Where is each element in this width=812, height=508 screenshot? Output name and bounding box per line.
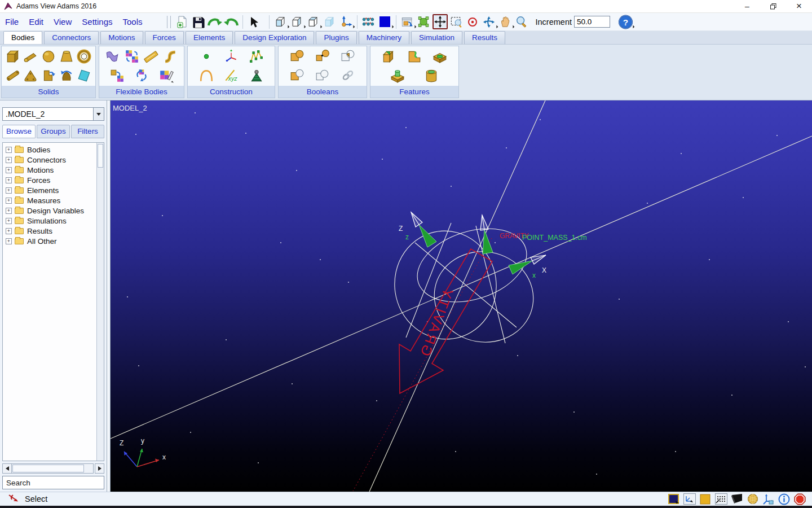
viewport-bg-swatch-icon[interactable] — [667, 493, 680, 505]
scroll-left-arrow[interactable] — [2, 463, 12, 474]
tab-connectors[interactable]: Connectors — [44, 31, 99, 44]
search-input[interactable]: Search — [2, 476, 104, 489]
center-target-icon[interactable] — [465, 14, 480, 29]
tree-item-all-other[interactable]: +All Other — [3, 236, 104, 246]
zoom-magnifier-icon[interactable] — [514, 14, 529, 29]
scrollbar-thumb[interactable] — [98, 144, 103, 168]
tree-item-forces[interactable]: +Forces — [3, 175, 104, 185]
stop-icon[interactable] — [793, 493, 806, 505]
feature-fillet-icon[interactable] — [405, 47, 423, 65]
expander-icon[interactable]: + — [6, 167, 12, 173]
menu-settings[interactable]: Settings — [77, 17, 117, 27]
expander-icon[interactable]: + — [6, 187, 12, 194]
undo-icon[interactable] — [224, 14, 239, 29]
iso-view-cube-icon[interactable] — [322, 14, 337, 29]
tab-groups[interactable]: Groups — [37, 125, 70, 138]
feature-hollow-icon[interactable] — [422, 67, 440, 85]
solid-link-icon[interactable] — [4, 67, 22, 85]
flex-beam-icon[interactable] — [142, 47, 160, 65]
help-icon[interactable]: ? — [618, 14, 633, 29]
menu-file[interactable]: File — [0, 17, 24, 27]
tab-design-exploration[interactable]: Design Exploration — [235, 31, 314, 44]
tab-forces[interactable]: Forces — [145, 31, 184, 44]
info-icon[interactable] — [778, 493, 791, 505]
fe-part-icon[interactable] — [162, 47, 180, 65]
tree-item-connectors[interactable]: +Connectors — [3, 155, 104, 165]
boolean-cut-icon[interactable] — [288, 67, 306, 85]
scrollbar-track[interactable] — [12, 463, 94, 474]
model-selector-dropdown-icon[interactable] — [93, 108, 104, 120]
expander-icon[interactable]: + — [6, 238, 12, 244]
swap-flex-icon[interactable] — [133, 67, 151, 85]
construction-solid-point-icon[interactable] — [248, 67, 266, 85]
tree-item-measures[interactable]: +Measures — [3, 195, 104, 205]
expander-icon[interactable]: + — [6, 218, 12, 224]
pan-hand-icon[interactable] — [498, 14, 513, 29]
boolean-chain-icon[interactable] — [339, 67, 357, 85]
tree-item-results[interactable]: +Results — [3, 226, 104, 236]
save-icon[interactable] — [191, 14, 206, 29]
zoom-box-icon[interactable] — [449, 14, 464, 29]
solid-revolution-icon[interactable] — [58, 67, 76, 85]
table-grid-icon[interactable] — [714, 493, 727, 505]
menu-view[interactable]: View — [48, 17, 77, 27]
triad-toggle-icon[interactable] — [762, 493, 775, 505]
toolbar-handle[interactable] — [167, 16, 171, 28]
tree-item-elements[interactable]: +Elements — [3, 185, 104, 195]
select-cursor-icon[interactable] — [246, 14, 262, 29]
marker-arrow-x[interactable] — [509, 255, 546, 274]
rigid-to-flex-icon[interactable] — [123, 47, 141, 65]
top-view-cube-icon[interactable] — [306, 14, 321, 29]
fit-selection-icon[interactable] — [416, 14, 431, 29]
tree-vertical-scrollbar[interactable] — [96, 143, 104, 461]
restore-button[interactable] — [760, 0, 786, 12]
side-view-cube-icon[interactable] — [289, 14, 304, 29]
expander-icon[interactable]: + — [6, 198, 12, 204]
feature-boss-icon[interactable] — [389, 67, 407, 85]
grid-toggle-icon[interactable] — [683, 493, 696, 505]
construction-marker-icon[interactable] — [222, 47, 240, 65]
menu-edit[interactable]: Edit — [24, 17, 48, 27]
tab-plugins[interactable]: Plugins — [316, 31, 356, 44]
view-window-icon[interactable] — [400, 14, 415, 29]
solid-frustum-icon[interactable] — [58, 47, 76, 65]
tab-filters[interactable]: Filters — [71, 125, 104, 138]
origin-triad-icon[interactable] — [338, 14, 354, 29]
expander-icon[interactable]: + — [6, 228, 12, 234]
tab-results[interactable]: Results — [464, 31, 505, 44]
flex-surface-icon[interactable] — [103, 47, 121, 65]
solid-plane-icon[interactable] — [75, 67, 93, 85]
tree-item-design-variables[interactable]: +Design Variables — [3, 205, 104, 216]
tab-browse[interactable]: Browse — [2, 125, 36, 138]
feature-chamfer-icon[interactable] — [380, 47, 398, 65]
pan-all-icon[interactable] — [433, 14, 448, 29]
solid-torus-icon[interactable] — [75, 47, 93, 65]
close-button[interactable]: × — [786, 0, 812, 12]
increment-input[interactable] — [574, 16, 610, 28]
tree-item-simulations[interactable]: +Simulations — [3, 216, 104, 226]
construction-arc-icon[interactable] — [197, 67, 215, 85]
construction-point-icon[interactable] — [197, 47, 215, 65]
boolean-union-icon[interactable] — [288, 47, 306, 65]
tab-simulation[interactable]: Simulation — [411, 31, 462, 44]
tab-motions[interactable]: Motions — [100, 31, 143, 44]
solid-extrusion-icon[interactable] — [39, 67, 58, 85]
front-view-cube-icon[interactable] — [273, 14, 288, 29]
model-selector[interactable]: .MODEL_2 — [2, 107, 104, 121]
minimize-button[interactable]: – — [734, 0, 760, 12]
boolean-merge-icon[interactable] — [314, 47, 332, 65]
3d-viewport[interactable]: GRAVITY MODEL_2 Z z GRAVITY POI — [111, 100, 812, 492]
scrollbar-thumb[interactable] — [12, 465, 84, 472]
import-flex-icon[interactable] — [108, 67, 126, 85]
tree-horizontal-scrollbar[interactable] — [2, 463, 104, 474]
expander-icon[interactable]: + — [6, 177, 12, 183]
render-globe-icon[interactable] — [746, 493, 759, 505]
rotate-view-icon[interactable] — [482, 14, 497, 29]
tree-item-bodies[interactable]: +Bodies — [3, 144, 104, 155]
expander-icon[interactable]: + — [6, 147, 12, 153]
solid-box-icon[interactable] — [4, 47, 22, 65]
view-cone-icon[interactable] — [730, 493, 743, 505]
tab-bodies[interactable]: Bodies — [3, 31, 42, 44]
solid-sphere-icon[interactable] — [39, 47, 58, 65]
construction-polyline-icon[interactable] — [248, 47, 266, 65]
